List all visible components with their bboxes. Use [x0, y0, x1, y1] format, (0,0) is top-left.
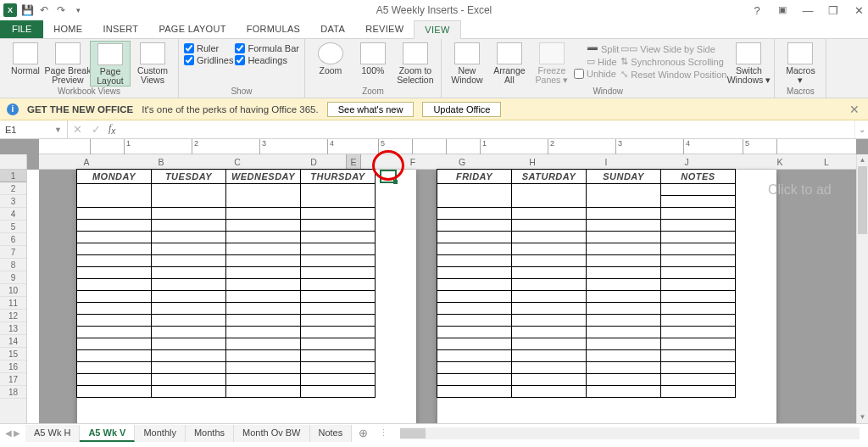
maximize-icon[interactable]: ❐ — [826, 4, 841, 17]
switch-windows-button[interactable]: Switch Windows ▾ — [728, 41, 769, 85]
help-icon[interactable]: ? — [749, 4, 765, 17]
save-icon[interactable]: 💾 — [20, 3, 34, 17]
horizontal-ruler[interactable]: 1234512345 — [39, 139, 856, 154]
split-button[interactable]: ➖Split — [574, 43, 619, 54]
expand-formula-bar-icon[interactable]: ⌄ — [854, 120, 868, 138]
column-headers[interactable]: ABCDEFGHIJKL — [39, 154, 856, 170]
group-workbook-views: Normal Page Break Preview Page Layout Cu… — [0, 39, 179, 98]
tab-formulas[interactable]: FORMULAS — [236, 20, 311, 38]
group-macros: Macros ▾ Macros — [775, 39, 826, 98]
weekly-table-2[interactable]: FRIDAYSATURDAYSUNDAYNOTES — [437, 169, 736, 398]
tab-view[interactable]: VIEW — [414, 20, 460, 39]
excel-icon[interactable]: X — [3, 3, 17, 17]
macros-button[interactable]: Macros ▾ — [780, 41, 821, 85]
click-to-add-placeholder[interactable]: Click to ad — [768, 182, 853, 198]
cancel-formula-icon[interactable]: ✕ — [68, 123, 86, 136]
insert-function-icon[interactable]: fx — [105, 122, 119, 136]
name-box[interactable]: E1▼ — [0, 120, 68, 138]
view-side-by-side-button[interactable]: ▭▭View Side by Side — [620, 43, 726, 54]
title-bar: X 💾 ↶ ↷ ▾ A5 Weekly Inserts - Excel ? ▣ … — [0, 0, 868, 20]
tab-page-layout[interactable]: PAGE LAYOUT — [148, 20, 236, 38]
office-update-notice: i GET THE NEW OFFICE It's one of the per… — [0, 98, 868, 120]
sheet-tab-bar: ◀▶ A5 Wk HA5 Wk VMonthlyMonthsMonth Ov B… — [0, 423, 868, 442]
info-icon: i — [7, 103, 19, 115]
sheet-tab[interactable]: Notes — [310, 425, 353, 442]
group-show: Ruler Gridlines Formula Bar Headings Sho… — [179, 39, 305, 98]
row-headers[interactable]: 123456789101112131415161718 — [0, 170, 27, 423]
group-window: New Window Arrange All Freeze Panes ▾ ➖S… — [442, 39, 776, 98]
formula-bar: E1▼ ✕ ✓ fx ⌄ — [0, 120, 868, 139]
weekly-table-1[interactable]: MONDAYTUESDAYWEDNESDAYTHURSDAY — [76, 169, 376, 398]
synchronous-scrolling-button[interactable]: ⇅Synchronous Scrolling — [620, 56, 726, 67]
add-sheet-button[interactable]: ⊕ — [352, 427, 375, 439]
gridlines-checkbox[interactable]: Gridlines — [184, 55, 233, 65]
tab-data[interactable]: DATA — [310, 20, 355, 38]
sheet-tab[interactable]: Monthly — [135, 425, 186, 442]
notice-close-icon[interactable]: ✕ — [849, 103, 860, 116]
group-zoom: Zoom 100% Zoom to Selection Zoom — [305, 39, 442, 98]
ruler-checkbox[interactable]: Ruler — [184, 43, 233, 53]
file-tab[interactable]: FILE — [0, 20, 43, 38]
custom-views-button[interactable]: Custom Views — [132, 41, 173, 85]
window-title: A5 Weekly Inserts - Excel — [0, 4, 868, 16]
quick-access-toolbar: X 💾 ↶ ↷ ▾ — [0, 3, 85, 17]
zoom-button[interactable]: Zoom — [310, 41, 351, 75]
sheet-canvas[interactable]: MONDAYTUESDAYWEDNESDAYTHURSDAY FRIDAYSAT… — [39, 170, 856, 423]
page-layout-button[interactable]: Page Layout — [90, 41, 131, 87]
scrollbar-thumb[interactable] — [858, 166, 867, 234]
scroll-up-icon[interactable]: ▲ — [857, 154, 868, 166]
spreadsheet-grid: 1234512345 ABCDEFGHIJKL 1234567891011121… — [0, 139, 868, 423]
horizontal-scrollbar[interactable] — [400, 427, 860, 439]
sheet-tab[interactable]: A5 Wk V — [80, 425, 135, 442]
formula-bar-checkbox[interactable]: Formula Bar — [235, 43, 299, 53]
update-office-button[interactable]: Update Office — [422, 102, 501, 117]
freeze-panes-button[interactable]: Freeze Panes ▾ — [531, 41, 572, 85]
notice-text: It's one of the perks of having Office 3… — [142, 104, 318, 115]
window-controls: ? ▣ — ❐ ✕ — [749, 4, 866, 17]
minimize-icon[interactable]: — — [800, 4, 815, 17]
page-1: MONDAYTUESDAYWEDNESDAYTHURSDAY — [77, 170, 416, 423]
zoom-100-button[interactable]: 100% — [353, 41, 393, 75]
sheet-tab[interactable]: Months — [186, 425, 234, 442]
hide-button[interactable]: ▭Hide — [574, 56, 619, 67]
select-all-corner[interactable] — [0, 154, 27, 170]
zoom-selection-button[interactable]: Zoom to Selection — [395, 41, 436, 85]
ribbon-display-icon[interactable]: ▣ — [775, 4, 790, 17]
page-break-preview-button[interactable]: Page Break Preview — [47, 41, 88, 85]
unhide-button[interactable]: Unhide — [574, 69, 619, 79]
notice-title: GET THE NEW OFFICE — [27, 104, 133, 115]
reset-window-position-button[interactable]: ⤡Reset Window Position — [620, 69, 726, 80]
redo-icon[interactable]: ↷ — [54, 3, 68, 17]
normal-view-button[interactable]: Normal — [5, 41, 46, 75]
close-icon[interactable]: ✕ — [851, 4, 866, 17]
enter-formula-icon[interactable]: ✓ — [86, 123, 105, 136]
new-window-button[interactable]: New Window — [447, 41, 487, 85]
customize-qat-icon[interactable]: ▾ — [71, 3, 85, 17]
tab-insert[interactable]: INSERT — [92, 20, 148, 38]
arrange-all-button[interactable]: Arrange All — [489, 41, 530, 85]
ribbon: Normal Page Break Preview Page Layout Cu… — [0, 39, 868, 98]
see-whats-new-button[interactable]: See what's new — [327, 102, 415, 117]
ribbon-tabs: FILE HOME INSERT PAGE LAYOUT FORMULAS DA… — [0, 20, 868, 39]
page-2: FRIDAYSATURDAYSUNDAYNOTES Click to ad — [437, 170, 776, 423]
scroll-down-icon[interactable]: ▼ — [857, 411, 868, 423]
tab-review[interactable]: REVIEW — [355, 20, 414, 38]
sheet-nav[interactable]: ◀▶ — [0, 428, 25, 438]
sheet-tab[interactable]: A5 Wk H — [25, 425, 80, 442]
sheet-tab[interactable]: Month Ov BW — [234, 425, 309, 442]
tab-home[interactable]: HOME — [43, 20, 92, 38]
vertical-scrollbar[interactable]: ▲ ▼ — [856, 154, 868, 423]
undo-icon[interactable]: ↶ — [37, 3, 51, 17]
headings-checkbox[interactable]: Headings — [235, 55, 299, 65]
